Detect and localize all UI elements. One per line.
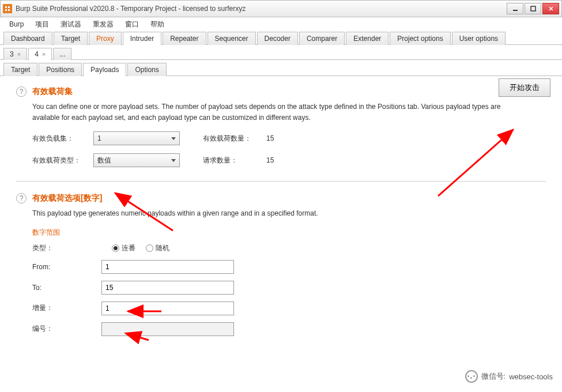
payload-options-desc: This payload type generates numeric payl… (32, 208, 505, 219)
payload-type-value: 数值 (97, 156, 111, 165)
request-tab-4[interactable]: 4 × (28, 48, 52, 60)
payload-set-row: 有效负载集： 1 有效载荷数量： 15 (32, 131, 546, 145)
payload-type-row: 有效载荷类型： 数值 请求数量： 15 (32, 153, 546, 167)
request-count-label: 请求数量： (203, 156, 258, 165)
radio-sequential-label: 连番 (122, 243, 135, 253)
payload-sets-header: ? 有效载荷集 (16, 86, 546, 97)
menu-window[interactable]: 窗口 (120, 18, 144, 31)
inner-tab-payloads[interactable]: Payloads (83, 63, 126, 76)
payload-sets-desc: You can define one or more payload sets.… (32, 101, 505, 123)
to-row: To: (32, 281, 546, 295)
inner-tab-options[interactable]: Options (127, 63, 166, 76)
request-tab-label: 3 (10, 50, 14, 58)
number-type-label: 类型： (32, 243, 101, 253)
menu-tester[interactable]: 测试器 (56, 18, 86, 31)
tab-user-options[interactable]: User options (452, 32, 506, 45)
tab-extender[interactable]: Extender (346, 32, 389, 45)
radio-sequential[interactable]: 连番 (112, 243, 135, 253)
help-icon[interactable]: ? (16, 193, 27, 203)
inner-tab-positions[interactable]: Positions (39, 63, 82, 76)
radio-icon (112, 244, 119, 252)
minimize-button[interactable] (507, 3, 523, 14)
wechat-icon (465, 370, 478, 383)
payload-set-select[interactable]: 1 (93, 131, 180, 145)
step-input[interactable] (101, 301, 234, 315)
payload-count-value: 15 (266, 134, 284, 142)
number-row: 编号： (32, 322, 546, 336)
help-icon[interactable]: ? (16, 86, 27, 97)
tab-project-options[interactable]: Project options (390, 32, 450, 45)
chevron-down-icon (171, 137, 176, 140)
payload-type-select[interactable]: 数值 (93, 153, 180, 167)
request-tab-3[interactable]: 3 × (3, 48, 27, 60)
svg-rect-0 (513, 10, 518, 11)
payload-set-label: 有效负载集： (32, 134, 85, 144)
number-label: 编号： (32, 324, 101, 334)
from-row: From: (32, 260, 546, 274)
payload-type-label: 有效载荷类型： (32, 156, 85, 165)
main-tabs: Dashboard Target Proxy Intruder Repeater… (0, 31, 562, 45)
tab-comparer[interactable]: Comparer (299, 32, 345, 45)
step-label: 增量： (32, 303, 101, 313)
close-button[interactable] (542, 3, 559, 14)
request-tabs: 3 × 4 × ... (0, 45, 562, 60)
radio-random[interactable]: 随机 (146, 243, 169, 253)
request-tab-label: 4 (35, 50, 39, 58)
request-count-value: 15 (266, 156, 284, 164)
divider (16, 181, 546, 182)
watermark: 微信号: websec-tools (465, 370, 553, 383)
number-input[interactable] (101, 322, 234, 336)
tab-intruder[interactable]: Intruder (123, 32, 161, 45)
step-row: 增量： (32, 301, 546, 315)
tab-sequencer[interactable]: Sequencer (208, 32, 256, 45)
payload-options-header: ? 有效载荷选项[数字] (16, 193, 546, 203)
menubar: Burp 项目 测试器 重发器 窗口 帮助 (0, 17, 562, 31)
from-label: From: (32, 263, 101, 271)
menu-burp[interactable]: Burp (5, 18, 28, 30)
menu-help[interactable]: 帮助 (146, 18, 169, 31)
to-label: To: (32, 284, 101, 292)
request-tab-more[interactable]: ... (53, 48, 71, 60)
to-input[interactable] (101, 281, 234, 295)
window-controls (506, 3, 559, 14)
tab-repeater[interactable]: Repeater (163, 32, 206, 45)
close-icon[interactable]: × (17, 51, 21, 58)
svg-rect-1 (531, 6, 535, 11)
tab-dashboard[interactable]: Dashboard (3, 32, 52, 45)
payload-sets-title: 有效载荷集 (32, 86, 73, 97)
tab-decoder[interactable]: Decoder (257, 32, 298, 45)
from-input[interactable] (101, 260, 234, 274)
payload-count-label: 有效载荷数量： (203, 134, 258, 144)
payload-set-value: 1 (97, 134, 101, 142)
payloads-panel: 开始攻击 ? 有效载荷集 You can define one or more … (0, 76, 562, 346)
request-tab-label: ... (59, 50, 65, 58)
inner-tab-target[interactable]: Target (3, 63, 37, 76)
radio-random-label: 随机 (156, 243, 169, 253)
close-icon[interactable]: × (42, 51, 46, 58)
window-title: Burp Suite Professional v2020.8 - Tempor… (16, 5, 506, 13)
app-icon (3, 4, 12, 13)
payload-options-title: 有效载荷选项[数字] (32, 193, 102, 203)
radio-icon (146, 244, 153, 252)
window-titlebar: Burp Suite Professional v2020.8 - Tempor… (0, 0, 562, 17)
chevron-down-icon (171, 159, 176, 162)
watermark-value: websec-tools (509, 372, 553, 381)
menu-repeater[interactable]: 重发器 (88, 18, 118, 31)
maximize-button[interactable] (525, 3, 541, 14)
watermark-label: 微信号: (481, 371, 506, 382)
menu-project[interactable]: 项目 (31, 18, 54, 31)
intruder-inner-tabs: Target Positions Payloads Options (0, 60, 562, 76)
tab-target[interactable]: Target (54, 32, 88, 45)
tab-proxy[interactable]: Proxy (89, 32, 122, 45)
number-type-row: 类型： 连番 随机 (32, 243, 546, 253)
number-range-subhead: 数字范围 (32, 228, 546, 238)
start-attack-button[interactable]: 开始攻击 (499, 78, 550, 97)
